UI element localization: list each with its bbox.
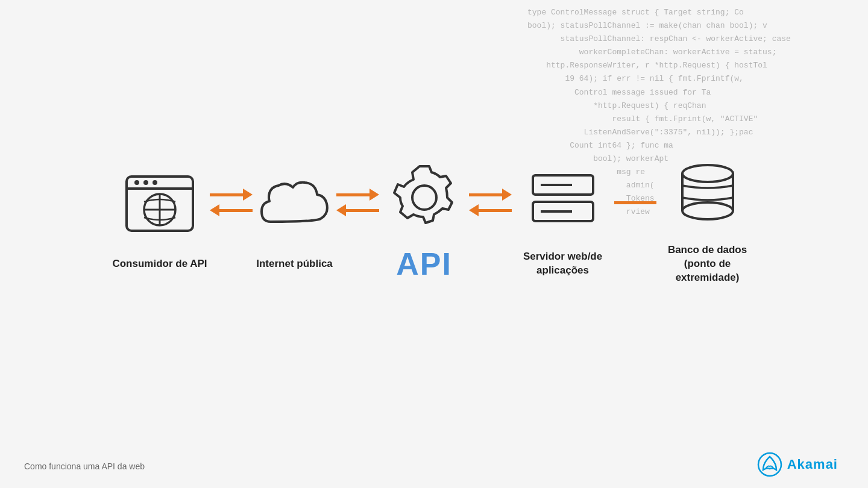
- svg-point-4: [153, 180, 157, 185]
- arrow-server-database: [611, 201, 659, 204]
- cloud-icon: [256, 170, 334, 243]
- arrow-api-server: [467, 189, 515, 216]
- database-label: Banco de dados (ponto de extremidade): [659, 243, 756, 285]
- api-label: API: [396, 246, 452, 282]
- internet-label: Internet pública: [256, 257, 333, 271]
- arrow-left-1: [210, 204, 253, 216]
- gear-icon: [382, 159, 467, 231]
- svg-point-16: [682, 202, 733, 219]
- akamai-logo: Akamai: [757, 452, 838, 477]
- svg-point-2: [134, 180, 139, 185]
- server-icon: [524, 163, 602, 236]
- consumer-label: Consumidor de API: [112, 257, 207, 271]
- browser-icon: [121, 170, 199, 243]
- bottom-caption: Como funciona uma API da web: [24, 461, 145, 471]
- database-icon: [668, 157, 747, 229]
- arrow-left-3: [469, 204, 512, 216]
- arrow-right-2: [336, 189, 379, 201]
- arrow-internet-api: [334, 189, 382, 216]
- akamai-icon: [757, 452, 782, 477]
- svg-point-8: [412, 186, 436, 210]
- component-server: Servidor web/de aplicações: [515, 163, 611, 278]
- component-database: Banco de dados (ponto de extremidade): [659, 157, 756, 285]
- component-internet: Internet pública: [256, 170, 334, 271]
- arrow-right-3: [469, 189, 512, 201]
- server-label: Servidor web/de aplicações: [515, 250, 611, 278]
- arrow-left-2: [336, 204, 379, 216]
- svg-point-3: [143, 180, 148, 185]
- component-consumer: Consumidor de API: [112, 170, 207, 271]
- svg-point-13: [682, 165, 733, 182]
- akamai-text: Akamai: [787, 457, 838, 472]
- component-api: API: [382, 159, 467, 282]
- arrow-right-1: [210, 189, 253, 201]
- arrow-consumer-internet: [207, 189, 256, 216]
- diagram-area: Consumidor de API Internet pública: [0, 157, 868, 285]
